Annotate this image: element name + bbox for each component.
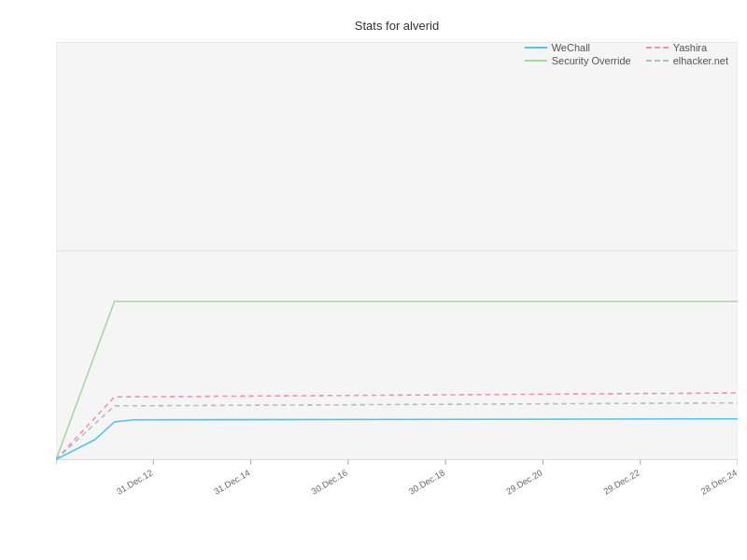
chart-area: WeChall Yashira Security Override elhack… xyxy=(56,42,738,499)
svg-text:31.Dec.12: 31.Dec.12 xyxy=(115,467,154,496)
chart-container: Stats for alverid WeChall Yashira Securi… xyxy=(0,0,747,560)
chart-title: Stats for alverid xyxy=(56,19,738,33)
legend-line-elhacker xyxy=(646,60,669,62)
legend-label-yashira: Yashira xyxy=(673,42,707,53)
legend-label-elhacker: elhacker.net xyxy=(673,55,728,66)
legend-item-security-override: Security Override xyxy=(525,55,631,66)
legend-item-elhacker: elhacker.net xyxy=(646,55,728,66)
legend-item-wechall: WeChall xyxy=(525,42,631,53)
svg-text:29.Dec.20: 29.Dec.20 xyxy=(504,467,543,496)
legend-item-yashira: Yashira xyxy=(646,42,728,53)
svg-text:01.Jan.11: 01.Jan.11 xyxy=(56,467,57,496)
chart-svg: 100 50 01.Jan.11 31.Dec.12 31.Dec.14 30.… xyxy=(56,42,738,499)
svg-text:30.Dec.18: 30.Dec.18 xyxy=(407,467,446,496)
svg-text:30.Dec.16: 30.Dec.16 xyxy=(309,467,348,496)
legend-label-security-override: Security Override xyxy=(552,55,631,66)
legend-line-security-override xyxy=(525,60,547,62)
svg-text:29.Dec.22: 29.Dec.22 xyxy=(601,467,641,496)
legend: WeChall Yashira Security Override elhack… xyxy=(525,42,728,66)
legend-line-wechall xyxy=(525,47,547,49)
svg-text:31.Dec.14: 31.Dec.14 xyxy=(212,467,251,496)
svg-text:28.Dec.24: 28.Dec.24 xyxy=(699,467,738,496)
legend-line-yashira xyxy=(646,47,669,49)
legend-label-wechall: WeChall xyxy=(552,42,590,53)
